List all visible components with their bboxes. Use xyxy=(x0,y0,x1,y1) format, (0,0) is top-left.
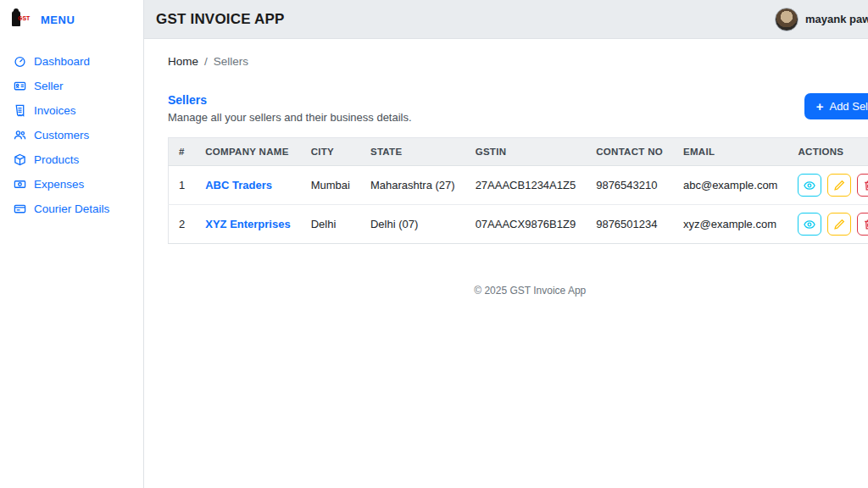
table-row: 1 ABC Traders Mumbai Maharashtra (27) 27… xyxy=(169,166,868,205)
top-header: GST INVOICE APP mayank pawar ▼ xyxy=(144,0,868,39)
cell-state: Maharashtra (27) xyxy=(360,166,465,205)
page-title: Sellers xyxy=(168,93,412,107)
page-subtitle: Manage all your sellers and their busine… xyxy=(168,111,412,124)
breadcrumb: Home / Sellers xyxy=(168,39,868,68)
sellers-table: # COMPANY NAME CITY STATE GSTIN CONTACT … xyxy=(168,137,868,244)
edit-pencil-icon xyxy=(833,180,845,191)
sidebar-item-dashboard[interactable]: Dashboard xyxy=(0,49,143,74)
add-seller-button[interactable]: + Add Seller xyxy=(804,93,868,119)
page-title-block: Sellers Manage all your sellers and thei… xyxy=(168,93,412,124)
sidebar-item-label: Seller xyxy=(34,80,64,92)
cell-city: Delhi xyxy=(301,205,360,244)
edit-button[interactable] xyxy=(827,213,851,236)
gst-logo-icon: GST xyxy=(12,9,34,30)
col-header-company: COMPANY NAME xyxy=(195,138,300,166)
sidebar-item-expenses[interactable]: Expenses xyxy=(0,172,143,197)
delete-button[interactable] xyxy=(857,174,868,197)
view-button[interactable] xyxy=(798,213,821,236)
sidebar: GST MENU Dashboard Seller Invoices Custo… xyxy=(0,0,144,488)
sidebar-item-invoices[interactable]: Invoices xyxy=(0,98,143,123)
company-link[interactable]: ABC Traders xyxy=(205,179,272,191)
expenses-icon xyxy=(14,178,26,191)
col-header-contact: CONTACT NO xyxy=(586,138,673,166)
view-eye-icon xyxy=(804,180,815,191)
view-eye-icon xyxy=(804,219,815,230)
sidebar-item-customers[interactable]: Customers xyxy=(0,123,143,147)
company-link[interactable]: XYZ Enterprises xyxy=(205,218,290,230)
breadcrumb-separator: / xyxy=(204,55,208,68)
invoices-icon xyxy=(14,104,26,117)
edit-pencil-icon xyxy=(833,219,845,230)
page-header: Sellers Manage all your sellers and thei… xyxy=(168,93,868,124)
cell-contact: 9876543210 xyxy=(586,166,673,205)
sidebar-item-label: Customers xyxy=(34,129,89,141)
view-button[interactable] xyxy=(798,174,821,197)
sidebar-item-label: Invoices xyxy=(34,104,76,117)
cell-num: 1 xyxy=(169,166,196,205)
content: Home / Sellers Sellers Manage all your s… xyxy=(144,39,868,488)
user-name: mayank pawar xyxy=(805,13,868,25)
sidebar-item-label: Expenses xyxy=(34,178,84,191)
sidebar-item-label: Courier Details xyxy=(34,202,109,215)
delete-trash-icon xyxy=(863,180,868,191)
main-area: GST INVOICE APP mayank pawar ▼ Home / Se… xyxy=(144,0,868,488)
table-header-row: # COMPANY NAME CITY STATE GSTIN CONTACT … xyxy=(169,138,868,166)
edit-button[interactable] xyxy=(827,174,851,197)
breadcrumb-home[interactable]: Home xyxy=(168,55,198,68)
cell-city: Mumbai xyxy=(301,166,360,205)
col-header-gstin: GSTIN xyxy=(465,138,587,166)
cell-actions xyxy=(787,205,868,244)
courier-icon xyxy=(14,202,26,215)
cell-state: Delhi (07) xyxy=(360,205,465,244)
add-seller-label: Add Seller xyxy=(829,100,868,113)
seller-icon xyxy=(14,80,26,92)
cell-actions xyxy=(787,166,868,205)
col-header-state: STATE xyxy=(360,138,465,166)
cell-contact: 9876501234 xyxy=(586,205,673,244)
cell-email: abc@example.com xyxy=(673,166,787,205)
sidebar-item-label: Dashboard xyxy=(34,55,90,68)
table-row: 2 XYZ Enterprises Delhi Delhi (07) 07AAA… xyxy=(169,205,868,244)
col-header-city: CITY xyxy=(301,138,360,166)
delete-button[interactable] xyxy=(857,213,868,236)
sidebar-item-label: Products xyxy=(34,153,79,166)
menu-label: MENU xyxy=(41,14,75,26)
sidebar-item-courier-details[interactable]: Courier Details xyxy=(0,197,143,221)
cell-gstin: 27AAACB1234A1Z5 xyxy=(465,166,587,205)
sidebar-header: GST MENU xyxy=(0,0,143,39)
plus-icon: + xyxy=(816,100,824,113)
user-avatar xyxy=(775,8,798,31)
col-header-email: EMAIL xyxy=(673,138,787,166)
footer-copyright: © 2025 GST Invoice App xyxy=(168,285,868,297)
col-header-num: # xyxy=(169,138,196,166)
cell-num: 2 xyxy=(169,205,196,244)
app-window: GST MENU Dashboard Seller Invoices Custo… xyxy=(0,0,868,488)
dashboard-icon xyxy=(14,55,26,68)
cell-gstin: 07AAACX9876B1Z9 xyxy=(465,205,587,244)
user-menu[interactable]: mayank pawar ▼ xyxy=(775,8,868,31)
cell-email: xyz@example.com xyxy=(673,205,787,244)
col-header-actions: ACTIONS xyxy=(787,138,868,166)
sidebar-item-seller[interactable]: Seller xyxy=(0,74,143,98)
sidebar-item-products[interactable]: Products xyxy=(0,147,143,172)
delete-trash-icon xyxy=(863,219,868,230)
breadcrumb-current: Sellers xyxy=(214,55,248,68)
customers-icon xyxy=(14,129,26,141)
app-title: GST INVOICE APP xyxy=(156,11,285,28)
sidebar-nav: Dashboard Seller Invoices Customers Prod… xyxy=(0,39,143,221)
products-icon xyxy=(14,153,26,166)
